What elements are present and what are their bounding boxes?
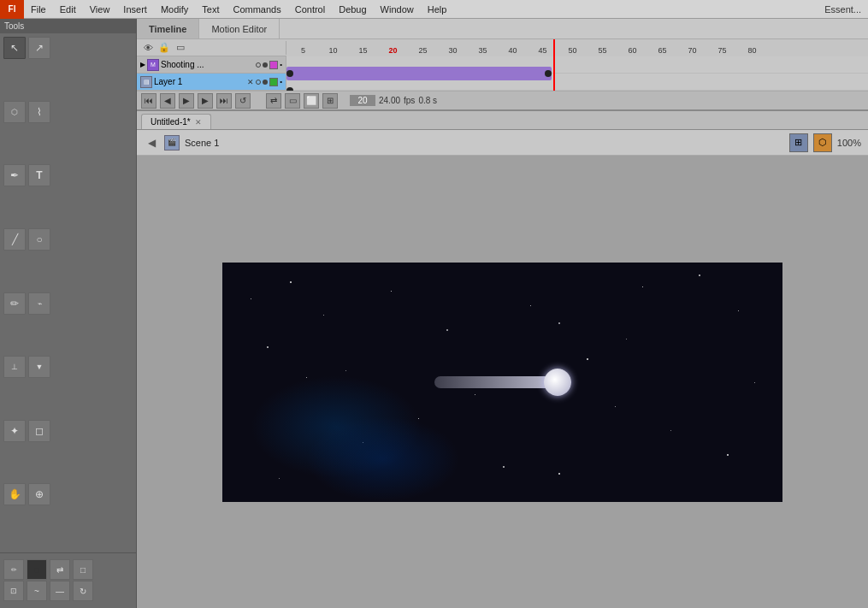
comet (434, 369, 571, 396)
ruler-25: 25 (408, 46, 438, 55)
btn-loop[interactable]: ↺ (235, 93, 251, 109)
fps-label: fps (404, 96, 415, 105)
menu-text[interactable]: Text (195, 0, 226, 19)
tool-zoom[interactable]: ⊕ (28, 483, 50, 505)
ruler-60: 60 (617, 46, 647, 55)
frame-row-shooting (286, 56, 868, 74)
menu-window[interactable]: Window (374, 0, 421, 19)
timeline-bottom: ⏮ ◀ ▶ ▶ ⏭ ↺ ⇄ ▭ ⬜ ⊞ 20 24.00 fps 0.8 s (137, 91, 868, 109)
track-shooting-visible[interactable] (256, 62, 261, 68)
ruler-50: 50 (558, 46, 588, 55)
menu-debug[interactable]: Debug (332, 0, 373, 19)
menu-view[interactable]: View (83, 0, 117, 19)
tool-eraser[interactable]: ◻ (28, 420, 50, 442)
menu-commands[interactable]: Commands (226, 0, 287, 19)
timeline-panel: 👁 🔒 ▭ 5 10 15 20 25 30 35 40 45 (137, 39, 868, 111)
frame-icon[interactable]: ▭ (174, 41, 187, 55)
track-shooting[interactable]: ▶ M Shooting ... • (137, 56, 286, 74)
track-shooting-dot: • (280, 61, 282, 68)
ruler-20: 20 (378, 46, 408, 55)
ruler-5: 5 (288, 46, 318, 55)
menu-modify[interactable]: Modify (154, 0, 195, 19)
tool-eyedropper[interactable]: ✦ (3, 420, 26, 442)
menu-bar: Fl File Edit View Insert Modify Text Com… (0, 0, 868, 19)
eye-icon[interactable]: 👁 (141, 41, 155, 55)
track-expand-icon: ▶ (140, 61, 145, 68)
tab-timeline[interactable]: Timeline (137, 19, 199, 38)
ruler-30: 30 (438, 46, 468, 55)
tool-bone[interactable]: ⊥ (3, 356, 26, 378)
tool-pen[interactable]: ✒ (3, 164, 26, 186)
scene-icon: 🎬 (164, 135, 180, 151)
ruler-40: 40 (498, 46, 528, 55)
scene-snap-btn[interactable]: ⊞ (789, 133, 808, 152)
doc-tab-untitled[interactable]: Untitled-1* ✕ (141, 114, 211, 129)
tool-bottom-grid: ✏ ■ ⇄ □ ⊡ ~ — ↻ (0, 556, 136, 608)
menu-insert[interactable]: Insert (116, 0, 154, 19)
tool-subselection[interactable]: ↗ (28, 37, 50, 59)
tool-paint-bucket[interactable]: ▼ (28, 356, 50, 378)
main-container: Tools ↖ ↗ ⬡ ⌇ ✒ T ╱ ○ ✏ ⌁ ⊥ ▼ ✦ ◻ ✋ ⊕ ✏ … (0, 19, 868, 608)
menu-file[interactable]: File (24, 0, 53, 19)
tool-lasso[interactable]: ⌇ (28, 101, 50, 123)
swap-btn[interactable]: ⇄ (50, 559, 70, 580)
track-labels: ▶ M Shooting ... • ▤ Layer 1 (137, 56, 286, 91)
scene-right: ⊞ ⬡ 100% (789, 133, 861, 152)
track-shooting-color (269, 61, 278, 69)
tool-text[interactable]: T (28, 164, 50, 186)
btn-step-forward[interactable]: ▶ (198, 93, 213, 109)
track-shooting-lock[interactable] (263, 62, 268, 68)
ruler-numbers: 5 10 15 20 25 30 35 40 45 50 55 60 65 70 (286, 39, 868, 56)
tool-oval[interactable]: ○ (28, 228, 50, 251)
track-layer1-color (269, 78, 278, 86)
btn-sync[interactable]: ⇄ (266, 93, 281, 109)
btn-step-back[interactable]: ◀ (160, 93, 175, 109)
rotate-btn[interactable]: ↻ (73, 581, 93, 601)
track-layer1-delete[interactable]: ✕ (247, 78, 254, 86)
scene-back-btn[interactable]: ◀ (144, 135, 159, 151)
playhead-ruler (553, 39, 555, 56)
canvas-area[interactable] (137, 156, 868, 608)
timeline-frames[interactable] (286, 56, 868, 91)
btn-last-frame[interactable]: ⏭ (216, 93, 232, 109)
default-btn[interactable]: □ (73, 559, 93, 580)
tool-free-transform[interactable]: ⬡ (3, 101, 26, 123)
tool-line[interactable]: ╱ (3, 228, 26, 251)
tool-brush[interactable]: ⌁ (28, 292, 50, 315)
track-layer1-controls: ✕ • (247, 78, 282, 86)
stroke-color-btn[interactable]: ✏ (3, 559, 24, 580)
tool-selection[interactable]: ↖ (3, 37, 26, 59)
menu-help[interactable]: Help (421, 0, 454, 19)
track-layer1-visible[interactable] (256, 80, 261, 85)
tool-hand[interactable]: ✋ (3, 483, 26, 505)
btn-edit-onion[interactable]: ⊞ (322, 93, 338, 109)
motion-tween-icon: M (147, 59, 159, 71)
track-layer1-name: Layer 1 (154, 77, 247, 86)
snap-magnet-btn[interactable]: ⊡ (3, 581, 24, 601)
scene-overlay-btn[interactable]: ⬡ (813, 133, 832, 152)
comet-head (544, 369, 571, 396)
track-layer1[interactable]: ▤ Layer 1 ✕ • (137, 74, 286, 91)
btn-onion-skin[interactable]: ▭ (285, 93, 300, 109)
btn-play[interactable]: ▶ (179, 93, 194, 109)
menu-edit[interactable]: Edit (53, 0, 83, 19)
menu-control[interactable]: Control (288, 0, 332, 19)
track-layer1-lock[interactable] (263, 80, 268, 85)
timeline-ruler: 5 10 15 20 25 30 35 40 45 50 55 60 65 70 (286, 39, 868, 56)
smooth-btn[interactable]: ~ (27, 581, 47, 601)
btn-first-frame[interactable]: ⏮ (141, 93, 156, 109)
doc-tab-name: Untitled-1* (151, 117, 191, 127)
ruler-15: 15 (348, 46, 378, 55)
btn-onion-outlines[interactable]: ⬜ (304, 93, 319, 109)
ruler-75: 75 (707, 46, 737, 55)
timeline-ruler-row: 👁 🔒 ▭ 5 10 15 20 25 30 35 40 45 (137, 39, 868, 56)
tool-pencil[interactable]: ✏ (3, 292, 26, 315)
frame-row-layer1 (286, 74, 868, 91)
straighten-btn[interactable]: — (50, 581, 70, 601)
tab-motion-editor[interactable]: Motion Editor (199, 19, 280, 38)
zoom-level: 100% (837, 138, 861, 148)
fill-color-btn[interactable]: ■ (27, 559, 47, 580)
tab-close-btn[interactable]: ✕ (195, 118, 202, 127)
ruler-80: 80 (737, 46, 767, 55)
lock-icon[interactable]: 🔒 (157, 41, 171, 55)
